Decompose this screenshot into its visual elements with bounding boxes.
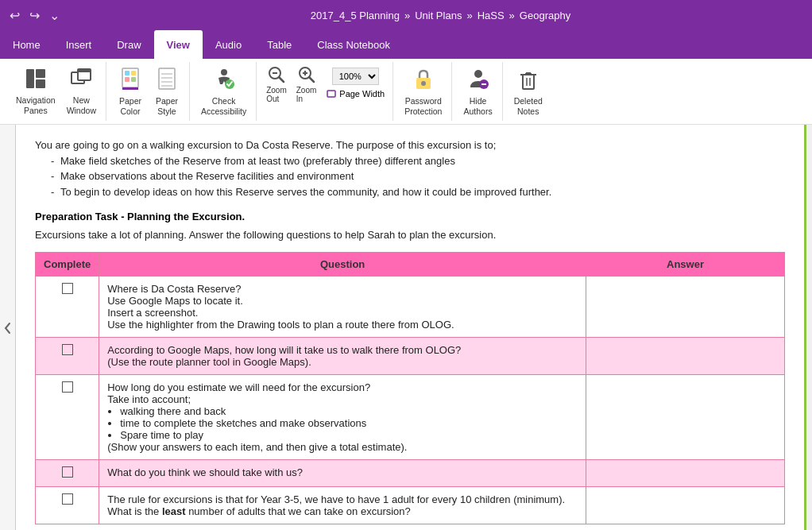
paper-color-icon [119, 67, 141, 94]
q3-line3: (Show your answers to each item, and the… [107, 441, 407, 453]
menu-classnotebook[interactable]: Class Notebook [304, 30, 403, 59]
q2-line1: According to Google Maps, how long will … [107, 344, 461, 356]
answer-cell-1 [586, 277, 785, 338]
nav-panes-icon [25, 68, 47, 93]
new-window-button[interactable]: NewWindow [62, 64, 101, 118]
ribbon-group-zoom: ZoomOut ZoomIn 100% 75% 150% [258, 62, 393, 121]
new-window-label: NewWindow [67, 95, 96, 115]
password-protection-icon [412, 67, 435, 94]
col-complete: Complete [36, 253, 99, 277]
complete-cell-1 [36, 277, 99, 338]
hide-authors-button[interactable]: HideAuthors [458, 64, 497, 119]
password-protection-label: PasswordProtection [404, 96, 442, 116]
collapse-panel-button[interactable] [0, 125, 16, 530]
hide-authors-icon [466, 67, 490, 94]
svg-point-29 [474, 70, 482, 78]
svg-rect-10 [131, 77, 136, 82]
question-cell-1: Where is Da Costa Reserve? Use Google Ma… [99, 277, 586, 338]
nav-panes-label: NavigationPanes [16, 95, 56, 115]
q1-line4: Use the highlighter from the Drawing too… [107, 319, 454, 331]
menu-table[interactable]: Table [254, 30, 304, 59]
ribbon-group-accessibility: CheckAccessibility [191, 62, 257, 121]
question-cell-2: According to Google Maps, how long will … [99, 338, 586, 375]
complete-cell-4 [36, 460, 99, 487]
paper-style-icon [156, 67, 178, 94]
page-width-label: Page Width [339, 89, 385, 99]
q3-bullet3: Spare time to play [120, 429, 578, 441]
q2-line2: (Use the route planner tool in Google Ma… [107, 356, 311, 368]
menu-home[interactable]: Home [0, 30, 53, 59]
deleted-notes-icon [516, 67, 540, 94]
q1-line1: Where is Da Costa Reserve? [107, 283, 241, 295]
intro-sentence: You are going to go on a walking excursi… [35, 139, 496, 151]
deleted-notes-button[interactable]: DeletedNotes [509, 64, 547, 119]
svg-rect-1 [36, 69, 45, 78]
main-area: You are going to go on a walking excursi… [0, 125, 812, 530]
bullet-2: Make observations about the Reserve faci… [51, 168, 785, 184]
checkbox-2[interactable] [62, 344, 73, 355]
checkbox-1[interactable] [62, 283, 73, 294]
svg-rect-11 [122, 87, 138, 90]
checkbox-4[interactable] [62, 466, 73, 478]
page-width-button[interactable]: Page Width [323, 87, 388, 101]
breadcrumb-geography: Geography [520, 10, 570, 21]
q3-subbullets: walking there and back time to complete … [120, 405, 578, 441]
bullet-1: Make field sketches of the Reserve from … [51, 153, 785, 169]
zoom-in-label: ZoomIn [296, 86, 317, 103]
table-header-row: Complete Question Answer [36, 253, 785, 277]
ribbon-group-authors: HideAuthors [454, 62, 502, 121]
question-cell-4: What do you think we should take with us… [99, 460, 586, 487]
zoom-in-button[interactable]: ZoomIn [293, 64, 320, 105]
breadcrumb-sep1: » [404, 10, 410, 21]
table-row: How long do you estimate we will need fo… [36, 375, 785, 460]
menu-draw[interactable]: Draw [104, 30, 153, 59]
answer-cell-5 [586, 487, 785, 524]
breadcrumb-sep2: » [466, 10, 472, 21]
new-window-icon [70, 68, 92, 93]
q3-bullet2: time to complete the sketches and make o… [120, 417, 578, 429]
password-protection-button[interactable]: PasswordProtection [400, 64, 447, 119]
paper-style-label: PaperStyle [156, 96, 178, 116]
answer-cell-3 [586, 375, 785, 460]
breadcrumb-sep3: » [509, 10, 515, 21]
svg-rect-32 [523, 75, 534, 89]
paper-style-button[interactable]: PaperStyle [149, 64, 184, 119]
ribbon: NavigationPanes NewWindow [0, 59, 812, 125]
nav-panes-button[interactable]: NavigationPanes [11, 64, 60, 118]
hide-authors-label: HideAuthors [463, 96, 492, 116]
svg-line-21 [279, 77, 284, 82]
zoom-out-button[interactable]: ZoomOut [263, 64, 290, 105]
col-question: Question [99, 253, 586, 277]
planning-table: Complete Question Answer Where is Da Cos… [35, 252, 785, 524]
svg-rect-9 [125, 77, 130, 82]
deleted-notes-label: DeletedNotes [514, 96, 543, 116]
svg-rect-0 [26, 69, 34, 88]
svg-point-28 [421, 81, 426, 86]
prep-heading: Preparation Task - Planning the Excursio… [35, 211, 785, 222]
breadcrumb-hass: HaSS [478, 10, 505, 21]
col-answer: Answer [586, 253, 785, 277]
svg-point-17 [221, 69, 227, 75]
answer-cell-4 [586, 460, 785, 487]
q1-line2: Use Google Maps to locate it. [107, 295, 243, 307]
checkbox-3[interactable] [62, 381, 73, 393]
check-accessibility-button[interactable]: CheckAccessibility [196, 64, 251, 119]
breadcrumb-root: 2017_4_5 Planning [311, 10, 400, 21]
undo-button[interactable]: ↩ [6, 6, 23, 25]
redo-button[interactable]: ↪ [26, 6, 43, 25]
paper-color-button[interactable]: PaperColor [113, 64, 148, 119]
menu-audio[interactable]: Audio [203, 30, 254, 59]
zoom-select[interactable]: 100% 75% 150% [332, 68, 379, 85]
question-cell-3: How long do you estimate we will need fo… [99, 375, 586, 460]
svg-rect-7 [125, 71, 130, 75]
intro-text: You are going to go on a walking excursi… [35, 137, 785, 199]
menu-insert[interactable]: Insert [53, 30, 105, 59]
svg-rect-2 [36, 79, 45, 88]
q3-line1: How long do you estimate we will need fo… [107, 381, 370, 393]
q5-part2: number of adults that we can take on exc… [186, 505, 411, 517]
checkbox-5[interactable] [62, 493, 73, 505]
check-accessibility-icon [212, 67, 236, 94]
menu-view[interactable]: View [154, 30, 203, 59]
more-button[interactable]: ⌄ [46, 6, 63, 25]
table-row: The rule for excursions is that for Year… [36, 487, 785, 524]
